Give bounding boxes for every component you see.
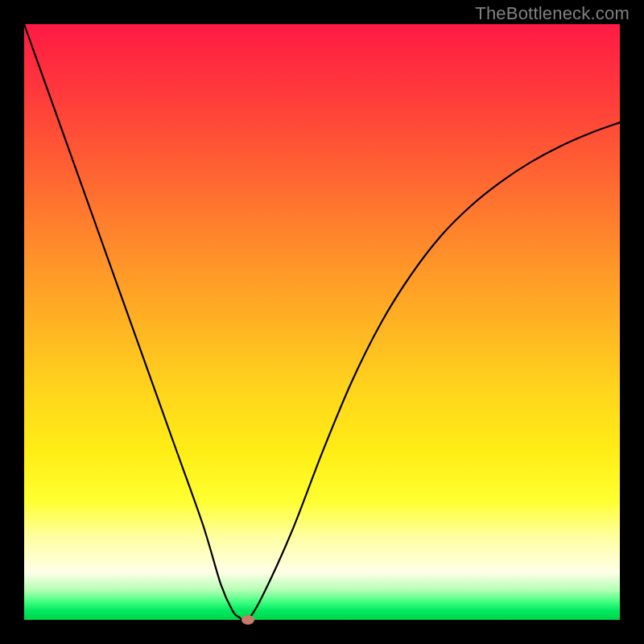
minimum-marker — [242, 615, 254, 625]
chart-svg — [24, 24, 620, 620]
bottleneck-curve — [24, 24, 620, 621]
watermark-text: TheBottleneck.com — [475, 3, 630, 24]
